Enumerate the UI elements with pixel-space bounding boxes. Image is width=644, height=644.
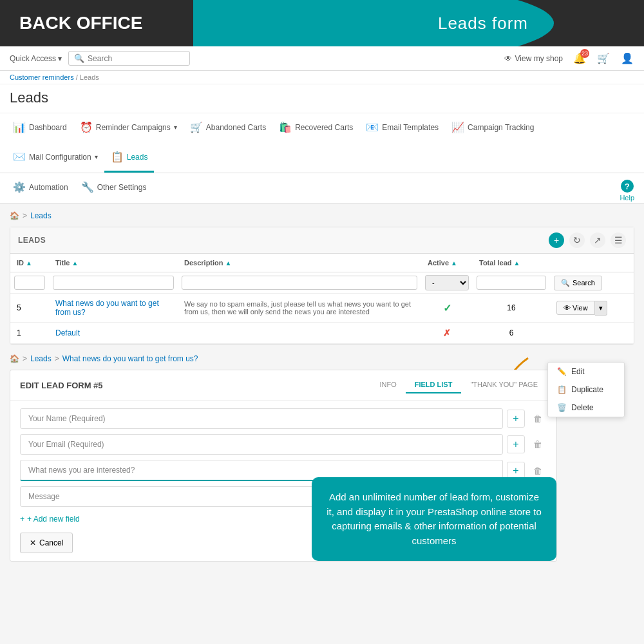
- form-field-row: + 🗑: [20, 408, 547, 429]
- dropdown-duplicate[interactable]: 📋 Duplicate: [548, 381, 624, 399]
- col-id[interactable]: ID ▲: [10, 254, 49, 272]
- edit-icon: ✏️: [557, 367, 567, 376]
- nav-email-templates[interactable]: 📧 Email Templates: [359, 113, 445, 143]
- field-del-btn-1[interactable]: 🗑: [529, 410, 547, 428]
- lower-leads-link[interactable]: Leads: [30, 354, 52, 363]
- table-row: 1 Default ✗ 6: [10, 323, 634, 344]
- filter-total-input[interactable]: [477, 276, 546, 290]
- filter-title-input[interactable]: [53, 276, 174, 290]
- col-active[interactable]: Active ▲: [421, 254, 473, 272]
- row1-total: 16: [473, 294, 550, 323]
- filter-id-input[interactable]: [14, 276, 45, 290]
- view-button[interactable]: 👁 View: [556, 301, 595, 315]
- cancel-button[interactable]: ✕ Cancel: [20, 533, 73, 553]
- col-description[interactable]: Description ▲: [178, 254, 421, 272]
- row1-title-link[interactable]: What news do you want to get from us?: [55, 299, 159, 317]
- cancel-label: Cancel: [39, 538, 63, 547]
- dropdown-delete[interactable]: 🗑️ Delete: [548, 399, 624, 417]
- row2-title-link[interactable]: Default: [55, 328, 80, 337]
- panel-header: LEADS + ↻ ↗ ☰: [10, 227, 634, 254]
- active-check-icon: ✓: [443, 303, 451, 314]
- edit-label: Edit: [571, 367, 585, 376]
- field-add-btn-1[interactable]: +: [507, 410, 525, 428]
- tab-thank-you[interactable]: "THANK YOU" PAGE: [461, 377, 547, 393]
- search-input[interactable]: [88, 54, 184, 63]
- view-icon: 👁: [564, 304, 571, 312]
- email-templates-icon: 📧: [366, 121, 379, 133]
- nav-dashboard[interactable]: 📊 Dashboard: [6, 113, 73, 143]
- lower-current-link[interactable]: What news do you want to get from us?: [62, 354, 198, 363]
- quick-access-menu[interactable]: Quick Access ▾: [10, 54, 62, 63]
- breadcrumb-leads: Leads: [80, 73, 99, 81]
- automation-icon: ⚙️: [13, 181, 26, 193]
- lower-sep1: >: [23, 354, 27, 363]
- reminder-icon: ⏰: [80, 121, 93, 133]
- nav-dashboard-label: Dashboard: [29, 123, 67, 132]
- row1-action: 👁 View ▾: [550, 294, 634, 323]
- nav-campaign-tracking[interactable]: 📈 Campaign Tracking: [445, 113, 540, 143]
- refresh-button[interactable]: ↻: [569, 232, 585, 248]
- inner-home-icon[interactable]: 🏠: [10, 211, 19, 220]
- search-btn-icon: 🔍: [561, 279, 570, 287]
- help-label: Help: [620, 194, 634, 202]
- nav-reminder-campaigns[interactable]: ⏰ Reminder Campaigns ▾: [73, 113, 184, 143]
- nav-other-settings-label: Other Settings: [97, 183, 147, 192]
- filter-desc-input[interactable]: [182, 276, 417, 290]
- nav-other-settings[interactable]: 🔧 Other Settings: [75, 173, 153, 203]
- add-new-field-button[interactable]: + + Add new field: [20, 512, 80, 526]
- col-total[interactable]: Total lead ▲: [473, 254, 550, 272]
- inner-sep: >: [23, 211, 27, 220]
- help-button[interactable]: ? Help: [620, 180, 634, 202]
- inner-leads-link[interactable]: Leads: [30, 211, 52, 220]
- notification-badge: 23: [580, 49, 589, 58]
- search-button[interactable]: 🔍 Search: [554, 276, 602, 290]
- lower-home-icon[interactable]: 🏠: [10, 354, 19, 363]
- tooltip-bubble: Add an unlimited number of lead form, cu…: [312, 477, 556, 561]
- filter-row: - Yes No 🔍 Search: [10, 272, 634, 294]
- breadcrumb-customer-reminders[interactable]: Customer reminders: [10, 73, 74, 81]
- row2-title: Default: [49, 323, 178, 344]
- back-office-title: BACK OFFICE: [0, 0, 193, 46]
- export-button[interactable]: ↗: [590, 232, 605, 248]
- top-header: BACK OFFICE Leads form: [0, 0, 644, 46]
- edit-form-title: EDIT LEAD FORM #5: [20, 381, 103, 390]
- user-icon[interactable]: 👤: [620, 52, 634, 66]
- dropdown-edit[interactable]: ✏️ Edit: [548, 363, 624, 381]
- delete-icon: 🗑️: [557, 403, 567, 412]
- col-title[interactable]: Title ▲: [49, 254, 178, 272]
- nav-leads[interactable]: 📋 Leads: [104, 143, 155, 173]
- search-box: 🔍: [68, 51, 190, 66]
- leads-table: ID ▲ Title ▲ Description ▲ Active ▲ Tota…: [10, 254, 634, 344]
- main-nav: 📊 Dashboard ⏰ Reminder Campaigns ▾ 🛒 Aba…: [0, 113, 644, 173]
- nav-recovered-carts[interactable]: 🛍️ Recovered Carts: [272, 113, 359, 143]
- settings-icon: 🔧: [81, 181, 94, 193]
- columns-button[interactable]: ☰: [611, 232, 626, 248]
- edit-lead-form-panel: EDIT LEAD FORM #5 INFO FIELD LIST "THANK…: [10, 370, 557, 562]
- field-add-btn-2[interactable]: +: [507, 435, 525, 453]
- nav-reminder-label: Reminder Campaigns: [96, 123, 171, 132]
- nav-automation[interactable]: ⚙️ Automation: [6, 173, 75, 203]
- quick-access-label: Quick Access: [10, 54, 56, 63]
- field-email-input[interactable]: [20, 434, 503, 455]
- cart-icon[interactable]: 🛒: [596, 52, 611, 66]
- view-label: View: [573, 304, 588, 312]
- row1-id: 5: [10, 294, 49, 323]
- search-icon: 🔍: [74, 53, 84, 63]
- view-caret-button[interactable]: ▾: [595, 301, 607, 316]
- tab-info[interactable]: INFO: [370, 377, 405, 393]
- page-title: Leads: [10, 90, 634, 106]
- filter-active-select[interactable]: - Yes No: [425, 275, 469, 290]
- add-lead-button[interactable]: +: [549, 232, 564, 248]
- field-del-btn-2[interactable]: 🗑: [529, 435, 547, 453]
- view-shop-link[interactable]: 👁 View my shop: [504, 54, 563, 63]
- header-wave: Leads form: [193, 0, 644, 46]
- field-name-input[interactable]: [20, 408, 503, 429]
- nav-mail-config[interactable]: ✉️ Mail Configuration ▾: [6, 143, 104, 173]
- row1-desc: We say no to spam emails, just please te…: [178, 294, 421, 323]
- notifications-icon[interactable]: 🔔 23: [573, 52, 587, 66]
- nav-abandoned-carts[interactable]: 🛒 Abandoned Carts: [184, 113, 272, 143]
- tab-field-list[interactable]: FIELD LIST: [406, 377, 462, 393]
- row2-action: [550, 323, 634, 344]
- add-field-icon: +: [20, 515, 24, 524]
- lower-sep2: >: [55, 354, 59, 363]
